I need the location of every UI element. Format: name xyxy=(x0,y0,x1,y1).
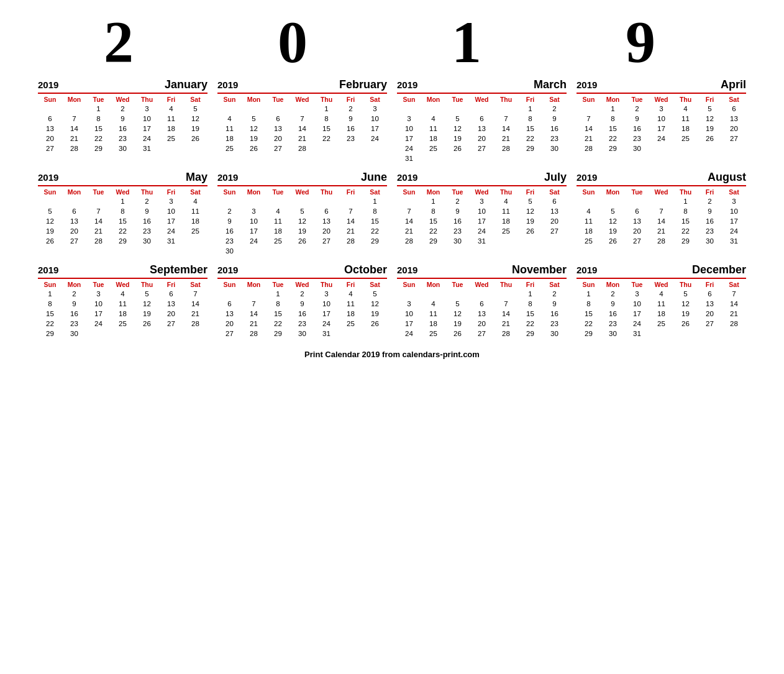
day-cell xyxy=(111,153,135,156)
day-cell xyxy=(266,153,290,156)
day-cell: 17 xyxy=(397,319,421,329)
day-cell xyxy=(363,246,387,256)
day-cell xyxy=(242,104,266,114)
day-cell: 4 xyxy=(421,114,445,124)
day-cell: 9 xyxy=(625,114,649,124)
day-cell: 26 xyxy=(290,236,314,246)
day-cell xyxy=(649,143,673,153)
day-cell: 27 xyxy=(314,236,339,246)
day-cell: 9 xyxy=(601,299,625,309)
month-header: 2019February xyxy=(217,78,387,91)
day-cell xyxy=(62,196,86,206)
day-cell: 10 xyxy=(314,299,339,309)
day-cell: 28 xyxy=(649,236,673,246)
day-cell xyxy=(601,339,625,341)
day-cell: 1 xyxy=(38,289,62,299)
month-table: SunMonTueWedThuFriSat1234567891011121314… xyxy=(38,95,207,156)
day-cell xyxy=(722,329,746,339)
day-cell: 2 xyxy=(542,104,567,114)
day-cell: 5 xyxy=(242,114,266,124)
day-cell: 26 xyxy=(135,319,159,329)
day-cell xyxy=(290,246,314,256)
day-cell: 17 xyxy=(649,124,673,134)
day-cell: 4 xyxy=(183,196,207,206)
day-cell: 14 xyxy=(242,309,266,319)
month-table: SunMonTueWedThuFriSat1234567891011121314… xyxy=(577,95,746,156)
month-year-label: 2019 xyxy=(217,80,238,90)
day-cell: 20 xyxy=(470,319,494,329)
day-cell: 1 xyxy=(363,196,387,206)
day-header: Sat xyxy=(542,280,567,289)
day-cell: 12 xyxy=(38,216,62,226)
day-cell xyxy=(673,329,698,339)
day-cell: 23 xyxy=(625,134,649,143)
day-cell xyxy=(290,196,314,206)
month-name-label: August xyxy=(708,171,746,184)
day-cell: 12 xyxy=(445,124,470,134)
day-cell xyxy=(445,153,470,163)
day-cell: 26 xyxy=(673,319,698,329)
day-cell: 29 xyxy=(673,236,698,246)
day-header: Sat xyxy=(722,95,746,104)
month-divider xyxy=(38,185,207,186)
day-cell xyxy=(470,339,494,341)
month-name-label: March xyxy=(534,78,567,91)
day-cell: 12 xyxy=(242,124,266,134)
day-cell: 6 xyxy=(698,289,722,299)
day-cell: 23 xyxy=(111,134,135,143)
day-cell xyxy=(494,236,518,246)
day-cell xyxy=(518,153,542,163)
day-cell xyxy=(445,104,470,114)
day-cell: 10 xyxy=(625,299,649,309)
day-cell: 3 xyxy=(722,196,746,206)
day-cell: 24 xyxy=(397,329,421,339)
day-header: Tue xyxy=(625,188,649,196)
day-cell: 19 xyxy=(518,216,542,226)
day-cell: 1 xyxy=(86,104,111,114)
day-cell xyxy=(601,196,625,206)
day-cell: 12 xyxy=(363,299,387,309)
day-cell: 17 xyxy=(314,309,339,319)
month-block-may: 2019MaySunMonTueWedThuFriSat123456789101… xyxy=(38,171,207,256)
day-cell xyxy=(242,339,266,341)
day-cell: 23 xyxy=(542,319,567,329)
day-cell xyxy=(159,143,183,153)
day-cell: 6 xyxy=(266,114,290,124)
day-cell: 18 xyxy=(577,226,601,236)
day-cell: 27 xyxy=(625,236,649,246)
month-divider xyxy=(217,185,387,186)
day-header: Sun xyxy=(38,95,62,104)
day-cell: 8 xyxy=(518,299,542,309)
day-cell: 24 xyxy=(722,226,746,236)
month-year-label: 2019 xyxy=(38,172,58,183)
day-cell: 14 xyxy=(290,124,314,134)
day-cell: 16 xyxy=(698,216,722,226)
day-cell: 18 xyxy=(339,309,363,319)
day-cell: 22 xyxy=(518,134,542,143)
day-cell xyxy=(421,104,445,114)
day-cell: 8 xyxy=(111,206,135,216)
day-cell: 21 xyxy=(494,134,518,143)
day-cell: 15 xyxy=(38,309,62,319)
day-cell: 1 xyxy=(421,196,445,206)
day-cell xyxy=(363,339,387,341)
day-cell xyxy=(421,153,445,163)
day-cell: 22 xyxy=(673,226,698,236)
day-cell: 1 xyxy=(518,289,542,299)
day-cell: 14 xyxy=(722,299,746,309)
day-header: Sat xyxy=(363,95,387,104)
month-header: 2019March xyxy=(397,78,567,91)
day-cell: 28 xyxy=(62,143,86,153)
day-cell: 10 xyxy=(86,299,111,309)
day-header: Fri xyxy=(518,188,542,196)
day-header: Thu xyxy=(135,188,159,196)
day-cell: 25 xyxy=(494,226,518,236)
day-cell: 7 xyxy=(183,289,207,299)
day-cell: 16 xyxy=(339,124,363,134)
day-cell: 30 xyxy=(542,143,567,153)
day-cell xyxy=(722,153,746,156)
day-cell: 6 xyxy=(314,206,339,216)
day-cell: 3 xyxy=(135,104,159,114)
day-cell: 7 xyxy=(290,114,314,124)
day-cell: 29 xyxy=(518,143,542,153)
